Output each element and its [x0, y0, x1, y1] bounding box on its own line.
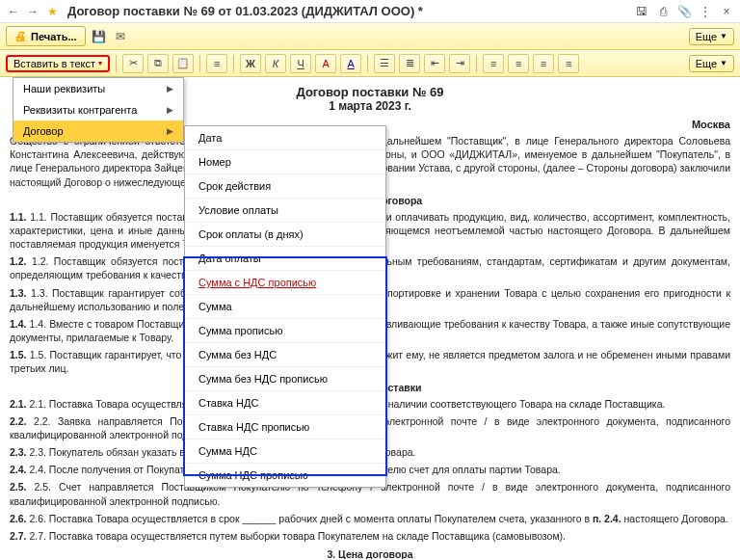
font-color-button[interactable]: А: [340, 54, 361, 73]
printer-icon: 🖨: [14, 29, 27, 43]
para-2-7: 2.7. 2.7. Поставка товара осуществляется…: [10, 529, 730, 543]
submenu-pay-cond[interactable]: Условие оплаты: [185, 199, 385, 223]
submenu-date[interactable]: Дата: [185, 126, 385, 150]
submenu-pay-term[interactable]: Срок оплаты (в днях): [185, 223, 385, 247]
align-left-icon[interactable]: ≡: [206, 54, 227, 73]
align-right-icon[interactable]: ≡: [533, 54, 554, 73]
outdent-icon[interactable]: ⇤: [424, 54, 445, 73]
list-number-icon[interactable]: ≣: [399, 54, 420, 73]
section-3-title: 3. Цена договора: [10, 548, 730, 559]
cut-icon[interactable]: ✂: [122, 54, 144, 73]
contract-submenu: Дата Номер Срок действия Условие оплаты …: [184, 125, 386, 488]
submenu-sum-novat[interactable]: Сумма без НДС: [185, 343, 385, 367]
save-disk-icon[interactable]: 🖫: [634, 4, 649, 19]
print-small-icon[interactable]: ⎙: [655, 4, 671, 19]
forward-icon[interactable]: →: [25, 4, 40, 19]
save-icon[interactable]: 💾: [92, 29, 107, 44]
chevron-right-icon: ▶: [167, 126, 173, 136]
copy-icon[interactable]: ⧉: [147, 54, 169, 73]
strike-button[interactable]: А: [315, 54, 336, 73]
chevron-right-icon: ▶: [167, 105, 173, 115]
mail-icon[interactable]: ✉: [113, 29, 128, 44]
chevron-down-icon: ▼: [720, 59, 727, 67]
menu-item-counterparty-requisites[interactable]: Реквизиты контрагента ▶: [13, 99, 183, 120]
align-justify-icon[interactable]: ≡: [558, 54, 579, 73]
submenu-vat-sum[interactable]: Сумма НДС: [185, 440, 385, 464]
toolbar-editor: Вставить в текст ▾ ✂ ⧉ 📋 ≡ Ж К Ч А А ☰ ≣…: [0, 50, 740, 77]
list-bullet-icon[interactable]: ☰: [374, 54, 395, 73]
toolbar-primary: 🖨 Печать... 💾 ✉ Еще ▼: [0, 23, 740, 50]
window-title: Договор поставки № 69 от 01.03.2023 (ДИД…: [67, 4, 634, 18]
submenu-validity[interactable]: Срок действия: [185, 174, 385, 199]
chevron-down-icon: ▼: [720, 32, 727, 40]
menu-item-our-requisites[interactable]: Наши реквизиты ▶: [13, 78, 183, 99]
star-icon[interactable]: ★: [44, 4, 60, 19]
window-titlebar: ← → ★ Договор поставки № 69 от 01.03.202…: [0, 0, 740, 23]
submenu-number[interactable]: Номер: [185, 150, 385, 174]
italic-button[interactable]: К: [265, 54, 286, 73]
bold-button[interactable]: Ж: [240, 54, 261, 73]
submenu-vat-sum-words[interactable]: Сумма НДС прописью: [185, 464, 385, 487]
submenu-pay-date[interactable]: Дата оплаты: [185, 247, 385, 271]
back-icon[interactable]: ←: [6, 4, 21, 19]
chevron-right-icon: ▶: [167, 84, 173, 93]
insert-text-button[interactable]: Вставить в текст ▾: [6, 55, 110, 72]
print-button[interactable]: 🖨 Печать...: [6, 26, 86, 46]
submenu-sum-vat-words[interactable]: Сумма с НДС прописью: [185, 271, 385, 295]
print-label: Печать...: [31, 31, 77, 42]
submenu-sum-novat-words[interactable]: Сумма без НДС прописью: [185, 367, 385, 391]
menu-icon[interactable]: ⋮: [698, 4, 713, 19]
paste-icon[interactable]: 📋: [172, 54, 194, 73]
menu-item-contract[interactable]: Договор ▶: [13, 120, 183, 142]
submenu-sum[interactable]: Сумма: [185, 295, 385, 319]
more-button-2[interactable]: Еще ▼: [689, 55, 734, 72]
submenu-sum-words[interactable]: Сумма прописью: [185, 319, 385, 343]
align-left2-icon[interactable]: ≡: [483, 54, 504, 73]
submenu-vat-rate-words[interactable]: Ставка НДС прописью: [185, 415, 385, 440]
chevron-down-icon: ▾: [98, 59, 102, 67]
clip-icon[interactable]: 📎: [676, 4, 692, 19]
more-button-1[interactable]: Еще ▼: [689, 28, 734, 45]
close-icon[interactable]: ×: [719, 4, 734, 19]
para-2-6: 2.6. 2.6. Поставка Товара осуществляется…: [10, 512, 730, 525]
indent-icon[interactable]: ⇥: [449, 54, 470, 73]
submenu-vat-rate[interactable]: Ставка НДС: [185, 391, 385, 415]
insert-menu: Наши реквизиты ▶ Реквизиты контрагента ▶…: [13, 77, 184, 143]
align-center-icon[interactable]: ≡: [508, 54, 529, 73]
underline-button[interactable]: Ч: [290, 54, 311, 73]
